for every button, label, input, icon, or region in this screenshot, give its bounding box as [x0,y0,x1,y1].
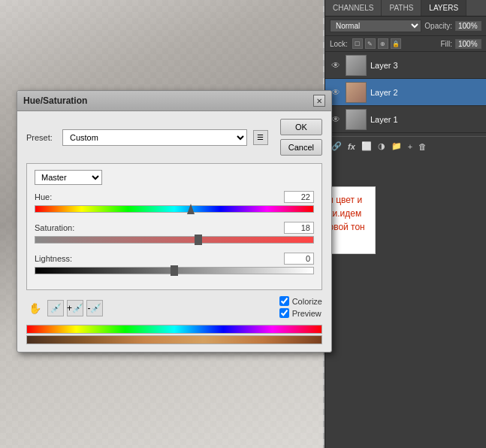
dialog-title: Hue/Saturation [23,95,87,106]
layer-item-3[interactable]: 👁 Layer 3 [325,52,486,79]
lightness-value-input[interactable] [284,253,314,265]
preset-menu-icon[interactable]: ☰ [253,130,268,145]
result-bar-bottom [26,335,322,344]
hue-saturation-dialog: Hue/Saturation ✕ Preset: Custom Default … [17,90,332,353]
color-bars [26,325,322,344]
panel-tabs: CHANNELS PATHS LAYERS [325,0,486,17]
layer2-thumbnail [346,82,367,103]
hue-label: Hue: [35,192,52,201]
dialog-body: Preset: Custom Default ☰ OK Cancel Maste… [17,111,331,352]
lock-position-icon[interactable]: ⊕ [378,38,388,49]
group-icon[interactable]: 📁 [390,140,403,153]
rainbow-bar-top [26,325,322,334]
colorize-checkbox[interactable] [279,296,289,306]
dialog-bottom-bar: ✋ 💉 +💉 -💉 Colorize Preview [26,296,322,320]
preset-row: Preset: Custom Default ☰ OK Cancel [26,119,322,156]
dialog-titlebar: Hue/Saturation ✕ [17,91,331,111]
opacity-input[interactable] [455,21,481,31]
layer1-name: Layer 1 [370,115,481,124]
blend-mode-select[interactable]: Normal [330,20,421,32]
tab-paths[interactable]: PATHS [382,0,421,16]
saturation-value-input[interactable] [284,222,314,234]
opacity-row: Normal Opacity: [424,21,481,31]
fill-section: Fill: [440,39,481,49]
panel-bottom-bar: 🔗 fx ⬜ ◑ 📁 + 🗑 [325,136,486,156]
blend-opacity-row: Normal Normal Opacity: [325,17,486,36]
lock-label: Lock: [330,40,348,48]
colorize-checkbox-row: Colorize [279,296,322,306]
fill-input[interactable] [455,39,481,49]
preview-checkbox-row: Preview [279,308,322,318]
sliders-box: Master Reds Yellows Hue: Saturation: [26,163,322,290]
fill-label: Fill: [440,40,452,48]
lock-icons: ☐ ✎ ⊕ 🔒 [352,38,436,49]
layer3-name: Layer 3 [370,61,481,70]
hue-slider-row: Hue: [35,191,314,214]
saturation-label: Saturation: [35,223,74,232]
preset-label: Preset: [26,133,56,142]
lightness-slider[interactable] [35,267,314,274]
layer1-thumbnail [346,109,367,130]
saturation-slider[interactable] [35,236,314,244]
lock-transparent-icon[interactable]: ☐ [352,38,363,49]
channel-row: Master Reds Yellows [35,170,314,185]
lightness-label: Lightness: [35,254,72,263]
lock-all-icon[interactable]: 🔒 [391,38,401,49]
preview-checkbox[interactable] [279,308,289,318]
cancel-button[interactable]: Cancel [280,139,322,156]
layer3-visibility-icon[interactable]: 👁 [330,59,342,71]
saturation-slider-row: Saturation: [35,222,314,245]
new-layer-icon[interactable]: + [406,141,414,153]
delete-layer-icon[interactable]: 🗑 [417,141,428,153]
eyedropper-icon[interactable]: 💉 [47,300,64,316]
hue-label-row: Hue: [35,191,314,203]
opacity-text: Opacity: [424,22,452,30]
close-button[interactable]: ✕ [313,95,325,107]
preview-label: Preview [292,309,321,318]
hand-tool-icon[interactable]: ✋ [26,300,43,316]
layer-item-2[interactable]: 👁 Layer 2 [325,79,486,106]
colorize-label: Colorize [292,297,322,306]
eyedropper-plus-icon[interactable]: +💉 [67,300,83,316]
dialog-buttons: OK Cancel [280,119,322,156]
adjustment-icon[interactable]: ◑ [376,140,387,153]
lightness-slider-row: Lightness: [35,253,314,276]
checkboxes: Colorize Preview [279,296,322,320]
layer-item-1[interactable]: 👁 Layer 1 [325,106,486,133]
saturation-label-row: Saturation: [35,222,314,234]
ok-button[interactable]: OK [280,119,322,135]
add-mask-icon[interactable]: ⬜ [360,140,373,153]
lock-fill-row: Lock: ☐ ✎ ⊕ 🔒 Fill: [325,36,486,52]
layer2-name: Layer 2 [370,88,481,97]
lock-image-icon[interactable]: ✎ [365,38,376,49]
fx-icon[interactable]: fx [346,141,357,153]
preset-select[interactable]: Custom Default [62,129,247,146]
channel-select[interactable]: Master Reds Yellows [35,170,102,185]
hue-value-input[interactable] [284,191,314,203]
eyedropper-icons: 💉 +💉 -💉 [47,300,103,316]
eyedropper-minus-icon[interactable]: -💉 [86,300,103,316]
tab-layers[interactable]: LAYERS [421,0,466,16]
lightness-label-row: Lightness: [35,253,314,265]
layer3-thumbnail [346,55,367,76]
hue-slider[interactable] [35,205,314,213]
tab-channels[interactable]: CHANNELS [325,0,382,16]
